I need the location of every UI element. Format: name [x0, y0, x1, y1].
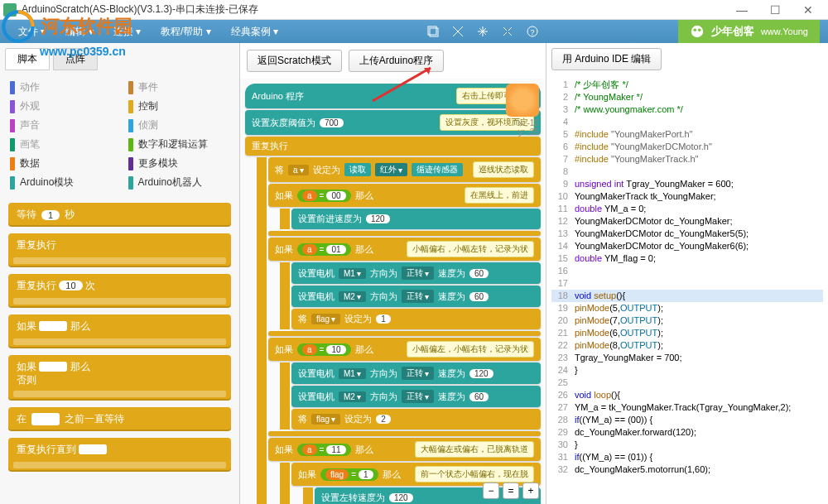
cut-icon[interactable]: [451, 25, 465, 38]
block-forever[interactable]: 重复执行: [8, 233, 231, 267]
block-if-else[interactable]: 如果 那么否则: [8, 355, 231, 401]
script-canvas: 返回Scratch模式 上传Arduino程序 x: -12y: -35 Ard…: [240, 43, 546, 504]
code-panel: 用 Arduino IDE 编辑 1/* 少年创客 */2/* YoungMak…: [546, 43, 828, 504]
set-gray-block[interactable]: 设置灰度阈值为700设置灰度，视环境而定: [245, 110, 541, 135]
svg-point-7: [698, 28, 701, 31]
svg-point-5: [691, 26, 703, 37]
cat-events[interactable]: 事件: [128, 79, 230, 96]
motor-m1-block[interactable]: 设置电机M1▾方向为正转▾速度为60: [291, 262, 541, 284]
if-block-11[interactable]: 如果a=11那么大幅偏左或偏右，已脱离轨道: [268, 438, 541, 461]
menu-connect[interactable]: 连接 ▾: [104, 25, 151, 39]
brand-url: www.Young: [761, 26, 808, 36]
red-arrow: [364, 60, 447, 109]
tab-matrix[interactable]: 点阵: [53, 48, 98, 70]
motor-m1-block-2[interactable]: 设置电机M1▾方向为正转▾速度为120: [291, 362, 541, 384]
motor-m2-block-2[interactable]: 设置电机M2▾方向为正转▾速度为60: [291, 386, 541, 407]
motor-m2-block[interactable]: 设置电机M2▾方向为正转▾速度为60: [291, 286, 541, 307]
app-icon: [3, 3, 17, 17]
block-panel: 脚本 点阵 动作 事件 外观 控制 声音 侦测 画笔 数字和逻辑运算 数据 更多…: [0, 43, 240, 504]
close-button[interactable]: ✕: [792, 0, 825, 20]
block-if[interactable]: 如果 那么: [8, 314, 231, 348]
cat-data[interactable]: 数据: [10, 155, 112, 172]
code-viewer[interactable]: 1/* 少年创客 */2/* YoungMaker */3/* www.youn…: [546, 75, 828, 504]
if-block-00[interactable]: 如果a=00那么在黑线上，前进: [268, 184, 541, 207]
back-to-scratch-button[interactable]: 返回Scratch模式: [247, 50, 342, 72]
zoom-in-button[interactable]: +: [522, 482, 539, 499]
brand-icon: [690, 24, 705, 39]
zoom-reset-button[interactable]: =: [503, 482, 519, 499]
forever-block[interactable]: 重复执行: [245, 137, 541, 156]
minimize-button[interactable]: —: [725, 0, 758, 20]
svg-text:?: ?: [531, 28, 535, 36]
maximize-button[interactable]: ☐: [758, 0, 792, 20]
set-flag-block[interactable]: 将flag▾设定为1: [291, 309, 541, 329]
cat-looks[interactable]: 外观: [10, 98, 112, 115]
if-block-10[interactable]: 如果a=10那么小幅偏左，小幅右转，记录为状: [268, 338, 541, 361]
svg-point-6: [693, 28, 696, 31]
block-repeat[interactable]: 重复执行 10 次: [8, 274, 231, 308]
menu-tutorial[interactable]: 教程/帮助 ▾: [151, 25, 221, 39]
set-var-block[interactable]: 将a▾设定为读取红外▾循迹传感器巡线状态读取: [268, 157, 541, 182]
forward-block[interactable]: 设置前进速度为120: [291, 209, 541, 229]
sprite-info: x: -12y: -35: [506, 84, 539, 137]
cat-sensing[interactable]: 侦测: [128, 117, 230, 134]
sprite-thumbnail[interactable]: [506, 84, 539, 117]
cat-more[interactable]: 更多模块: [128, 155, 230, 172]
block-wait[interactable]: 等待1秒: [8, 203, 231, 227]
if-block-01[interactable]: 如果a=01那么小幅偏右，小幅左转，记录为状: [268, 238, 541, 261]
grow-icon[interactable]: [476, 25, 489, 38]
category-list: 动作 事件 外观 控制 声音 侦测 画笔 数字和逻辑运算 数据 更多模块 Ard…: [5, 75, 234, 194]
set-flag-block-2[interactable]: 将flag▾设定为2: [291, 409, 541, 430]
menu-edit[interactable]: 编辑 ▾: [55, 25, 103, 39]
menu-file[interactable]: 文件 ▾: [8, 25, 55, 39]
cat-arduino-mod[interactable]: Arduino模块: [10, 174, 112, 191]
tab-script[interactable]: 脚本: [5, 48, 50, 70]
block-repeat-until[interactable]: 重复执行直到: [8, 438, 231, 472]
ide-edit-button[interactable]: 用 Arduino IDE 编辑: [551, 48, 662, 70]
help-icon[interactable]: ?: [526, 25, 539, 38]
menubar: 文件 ▾ 编辑 ▾ 连接 ▾ 教程/帮助 ▾ 经典案例 ▾ ? 少年创客 www…: [0, 20, 828, 43]
cat-sound[interactable]: 声音: [10, 117, 112, 134]
shrink-icon[interactable]: [501, 25, 514, 38]
zoom-out-button[interactable]: −: [483, 482, 499, 499]
menu-examples[interactable]: 经典案例 ▾: [221, 25, 288, 39]
stamp-icon[interactable]: [426, 25, 440, 38]
brand: 少年创客 www.Young: [678, 20, 820, 43]
block-wait-until[interactable]: 在 之前一直等待: [8, 407, 231, 431]
brand-name: 少年创客: [711, 24, 754, 39]
cat-pen[interactable]: 画笔: [10, 136, 112, 153]
window-title: ArduinoScratch(AS-Block)(V3.1.3)-串口未连接-已…: [22, 2, 725, 17]
cat-control[interactable]: 控制: [128, 98, 230, 115]
titlebar: ArduinoScratch(AS-Block)(V3.1.3)-串口未连接-已…: [0, 0, 828, 20]
block-palette: 等待1秒 重复执行 重复执行 10 次 如果 那么 如果 那么否则 在 之前一直…: [5, 194, 234, 499]
cat-arduino-robot[interactable]: Arduino机器人: [128, 174, 230, 191]
svg-line-8: [373, 68, 431, 101]
cat-operators[interactable]: 数字和逻辑运算: [128, 136, 230, 153]
zoom-controls: − = +: [483, 482, 539, 499]
cat-motion[interactable]: 动作: [10, 79, 112, 96]
